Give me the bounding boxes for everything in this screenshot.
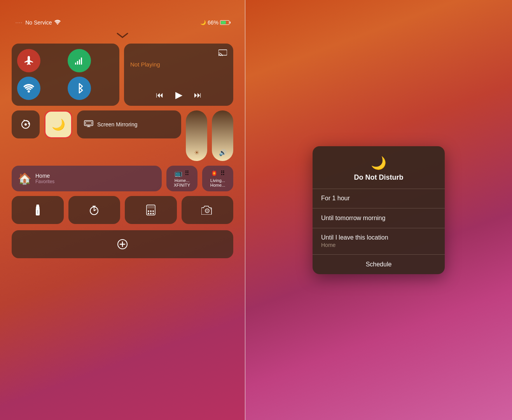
home-icon: 🏠 — [18, 172, 31, 185]
svg-point-14 — [148, 210, 149, 212]
swipe-indicator — [117, 32, 128, 40]
camera-button[interactable] — [182, 196, 234, 224]
dnd-for-hour-option[interactable]: For 1 hour — [313, 189, 445, 208]
mid-left: 🌙 Screen Mirroring — [12, 110, 181, 161]
screen-mirroring-button[interactable]: Screen Mirroring — [77, 110, 181, 138]
dnd-location-label: Home — [321, 242, 436, 248]
sliders-group: ☀ 🔊 — [186, 110, 233, 161]
status-bar: ···· No Service 🌙 66% — [12, 0, 233, 32]
home-subtitle: Favorites — [35, 179, 54, 184]
right-panel: 🌙 Do Not Disturb For 1 hour Until tomorr… — [245, 0, 512, 420]
brightness-icon: ☀ — [194, 149, 199, 156]
dnd-until-morning-option[interactable]: Until tomorrow morning — [313, 208, 445, 228]
tools-row — [12, 196, 233, 224]
mid-row: 🌙 Screen Mirroring — [12, 110, 233, 161]
do-not-disturb-button[interactable]: 🌙 — [44, 110, 72, 138]
cast-icon[interactable] — [218, 49, 227, 58]
svg-point-22 — [210, 208, 211, 209]
battery-percentage: 66% — [208, 19, 218, 26]
second-row: 🌙 Screen Mirroring — [12, 110, 181, 138]
home-text: Home Favorites — [35, 173, 54, 184]
dnd-for-hour-label: For 1 hour — [321, 195, 436, 202]
svg-rect-8 — [86, 122, 92, 124]
svg-point-1 — [28, 90, 30, 93]
svg-rect-13 — [147, 206, 154, 208]
volume-slider[interactable]: 🔊 — [212, 110, 233, 161]
svg-rect-2 — [218, 50, 227, 55]
svg-point-17 — [148, 213, 149, 214]
dnd-popup: 🌙 Do Not Disturb For 1 hour Until tomorr… — [313, 146, 445, 274]
svg-point-15 — [150, 210, 152, 212]
moon-status-icon: 🌙 — [200, 20, 206, 25]
status-left: ···· No Service — [16, 19, 61, 26]
apple-tv-dots: ⠿ — [185, 170, 189, 177]
top-row: Not Playing ⏮ ▶ ⏭ — [12, 44, 233, 106]
living-home-button[interactable]: 🏮 ⠿ Living...Home... — [202, 166, 233, 191]
dnd-schedule-button[interactable]: Schedule — [313, 255, 445, 274]
apps-row: 🏠 Home Favorites 📺 ⠿ Home...XFINITY 🏮 ⠿ — [12, 166, 233, 191]
apple-tv-label: Home...XFINITY — [174, 178, 190, 187]
no-service-label: No Service — [25, 19, 52, 26]
living-home-icons: 🏮 ⠿ — [210, 170, 225, 177]
screen-mirror-icon — [84, 119, 93, 130]
living-icon: 🏮 — [210, 170, 218, 177]
living-dots: ⠿ — [220, 170, 225, 177]
screen-mirroring-label: Screen Mirroring — [97, 121, 137, 128]
battery-fill — [221, 21, 226, 24]
dnd-until-morning-label: Until tomorrow morning — [321, 215, 436, 222]
svg-point-19 — [152, 213, 154, 214]
play-button[interactable]: ▶ — [175, 89, 182, 100]
svg-point-16 — [152, 210, 154, 212]
svg-marker-5 — [28, 122, 30, 125]
svg-point-6 — [24, 123, 27, 126]
svg-point-3 — [218, 56, 219, 56]
left-panel: ···· No Service 🌙 66% — [0, 0, 245, 420]
apple-tv-icons: 📺 ⠿ — [175, 170, 189, 177]
more-controls-button[interactable] — [12, 230, 233, 258]
home-title: Home — [35, 173, 54, 179]
rotation-lock-button[interactable] — [12, 110, 40, 138]
dnd-schedule-label: Schedule — [366, 261, 392, 268]
brightness-slider[interactable]: ☀ — [186, 110, 207, 161]
svg-point-0 — [57, 24, 58, 25]
bluetooth-button[interactable] — [68, 77, 91, 100]
not-playing-text: Not Playing — [130, 61, 160, 68]
calculator-button[interactable] — [125, 196, 177, 224]
fast-forward-button[interactable]: ⏭ — [194, 91, 202, 100]
svg-point-18 — [150, 213, 152, 214]
apple-tv-icon: 📺 — [175, 170, 182, 177]
timer-button[interactable] — [68, 196, 121, 224]
dnd-until-leave-option[interactable]: Until I leave this location Home — [313, 228, 445, 254]
volume-icon: 🔊 — [219, 149, 227, 156]
media-controls: ⏮ ▶ ⏭ — [130, 86, 227, 100]
battery-icon-container — [220, 20, 229, 25]
media-header — [130, 49, 227, 58]
status-right: 🌙 66% — [200, 19, 229, 26]
svg-point-21 — [206, 210, 208, 212]
wifi-status-icon — [54, 19, 61, 26]
flashlight-button[interactable] — [12, 196, 64, 224]
airplane-mode-button[interactable] — [17, 49, 40, 72]
living-home-label: Living...Home... — [210, 178, 225, 187]
wifi-button[interactable] — [17, 77, 40, 100]
apple-tv-button[interactable]: 📺 ⠿ Home...XFINITY — [166, 166, 197, 191]
control-center-content: Not Playing ⏮ ▶ ⏭ — [12, 44, 233, 258]
cellular-button[interactable] — [68, 49, 91, 72]
home-favorites-button[interactable]: 🏠 Home Favorites — [12, 166, 162, 191]
dnd-until-leave-label: Until I leave this location — [321, 234, 436, 241]
media-block: Not Playing ⏮ ▶ ⏭ — [124, 44, 233, 106]
connectivity-block — [12, 44, 119, 106]
dnd-moon-icon: 🌙 — [371, 156, 386, 170]
media-not-playing: Not Playing — [130, 61, 227, 68]
battery-icon — [220, 20, 229, 25]
rewind-button[interactable]: ⏮ — [156, 91, 164, 100]
signal-dots: ···· — [16, 21, 23, 25]
dnd-title: Do Not Disturb — [354, 173, 404, 182]
dnd-header: 🌙 Do Not Disturb — [313, 146, 445, 189]
